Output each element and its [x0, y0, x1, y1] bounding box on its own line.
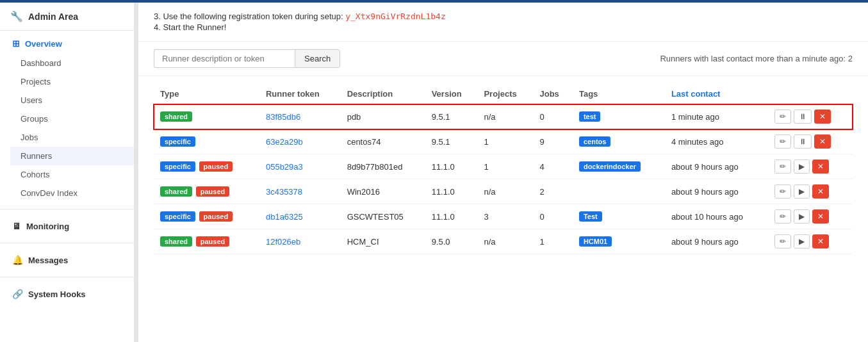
- instruction-step3: 3. Use the following registration token …: [154, 12, 853, 21]
- row6-jobs: 1: [533, 229, 572, 254]
- table-row: shared paused 12f026eb HCM_CI 9.5.0 n/a …: [154, 229, 853, 254]
- row5-token: db1a6325: [259, 204, 341, 229]
- row6-description: HCM_CI: [341, 229, 425, 254]
- action-buttons: ✏ ▶ ✕: [774, 234, 846, 248]
- action-buttons: ✏ ⏸ ✕: [774, 110, 846, 124]
- sidebar-item-projects[interactable]: Projects: [10, 72, 134, 91]
- sidebar-item-jobs[interactable]: Jobs: [10, 128, 134, 147]
- play-button[interactable]: ▶: [794, 184, 810, 199]
- table-row: specific paused 055b29a3 8d9b77b801ed 11…: [154, 154, 853, 179]
- delete-button[interactable]: ✕: [812, 184, 829, 199]
- edit-button[interactable]: ✏: [774, 209, 791, 224]
- row3-jobs: 4: [533, 154, 572, 179]
- sidebar-messages-section: 🔔 Messages: [0, 247, 134, 273]
- row4-last-contact: about 9 hours ago: [665, 179, 768, 204]
- delete-button[interactable]: ✕: [812, 209, 829, 224]
- row4-token: 3c435378: [259, 179, 341, 204]
- row5-tags: Test: [573, 204, 665, 229]
- search-input[interactable]: [154, 49, 295, 68]
- delete-button[interactable]: ✕: [814, 110, 831, 124]
- tag-badge: HCM01: [579, 236, 612, 247]
- row5-actions: ✏ ▶ ✕: [768, 204, 853, 229]
- edit-button[interactable]: ✏: [774, 234, 791, 248]
- sidebar-item-dashboard[interactable]: Dashboard: [10, 54, 134, 72]
- link-icon: 🔗: [12, 289, 23, 299]
- sidebar-item-overview[interactable]: ⊞ Overview: [0, 33, 134, 54]
- sidebar-divider-2: [0, 243, 134, 243]
- sidebar-item-runners[interactable]: Runners: [10, 147, 134, 165]
- runners-table-wrapper: Type Runner token Description Version Pr…: [138, 76, 868, 262]
- row4-actions: ✏ ▶ ✕: [768, 179, 853, 204]
- header-row: Type Runner token Description Version Pr…: [154, 84, 853, 104]
- runner-token-link[interactable]: 3c435378: [266, 187, 302, 197]
- row2-token: 63e2a29b: [259, 129, 341, 154]
- runner-token-link[interactable]: 83f85db6: [266, 112, 300, 122]
- badge-specific: specific: [160, 161, 195, 172]
- edit-button[interactable]: ✏: [774, 159, 791, 174]
- sidebar-item-monitoring[interactable]: 🖥 Monitoring: [0, 216, 134, 236]
- delete-button[interactable]: ✕: [814, 134, 831, 149]
- table-row: specific paused db1a6325 GSCWTEST05 11.1…: [154, 204, 853, 229]
- row4-type: shared paused: [154, 179, 259, 204]
- row1-description: pdb: [341, 104, 425, 129]
- sidebar-monitoring-section: 🖥 Monitoring: [0, 213, 134, 239]
- badge-shared: shared: [160, 186, 192, 197]
- sidebar-header: 🔧 Admin Area: [0, 3, 134, 31]
- row1-type: shared: [154, 104, 259, 129]
- sidebar-item-messages[interactable]: 🔔 Messages: [0, 250, 134, 270]
- edit-button[interactable]: ✏: [774, 134, 791, 149]
- edit-button[interactable]: ✏: [774, 110, 791, 124]
- table-row: shared paused 3c435378 Win2016 11.1.0 n/…: [154, 179, 853, 204]
- row3-last-contact: about 9 hours ago: [665, 154, 768, 179]
- sidebar-item-groups[interactable]: Groups: [10, 110, 134, 128]
- delete-button[interactable]: ✕: [812, 159, 829, 174]
- pause-button[interactable]: ⏸: [794, 110, 812, 124]
- row6-projects: n/a: [477, 229, 533, 254]
- row2-jobs: 9: [533, 129, 572, 154]
- row3-actions: ✏ ▶ ✕: [768, 154, 853, 179]
- sidebar-item-users[interactable]: Users: [10, 91, 134, 110]
- runners-table: Type Runner token Description Version Pr…: [154, 84, 853, 254]
- tag-badge: test: [579, 111, 601, 122]
- runner-token-link[interactable]: 055b29a3: [266, 162, 303, 172]
- runners-info: Runners with last contact more than a mi…: [660, 54, 853, 63]
- row4-version: 11.1.0: [425, 179, 478, 204]
- row6-last-contact: about 9 hours ago: [665, 229, 768, 254]
- sidebar-divider-1: [0, 209, 134, 209]
- play-button[interactable]: ▶: [794, 209, 810, 224]
- row2-tags: centos: [573, 129, 665, 154]
- play-button[interactable]: ▶: [794, 234, 810, 248]
- row6-actions: ✏ ▶ ✕: [768, 229, 853, 254]
- sidebar-item-system-hooks[interactable]: 🔗 System Hooks: [0, 284, 134, 304]
- row5-type: specific paused: [154, 204, 259, 229]
- row5-version: 11.1.0: [425, 204, 478, 229]
- runner-token-link[interactable]: db1a6325: [266, 212, 303, 222]
- grid-icon: ⊞: [12, 38, 20, 49]
- row1-version: 9.5.1: [425, 104, 478, 129]
- row4-description: Win2016: [341, 179, 425, 204]
- runner-token-link[interactable]: 63e2a29b: [266, 137, 303, 147]
- edit-button[interactable]: ✏: [774, 184, 791, 199]
- col-runner-token: Runner token: [259, 84, 341, 104]
- sidebar-item-convdev[interactable]: ConvDev Index: [10, 184, 134, 202]
- row3-description: 8d9b77b801ed: [341, 154, 425, 179]
- row2-actions: ✏ ⏸ ✕: [768, 129, 853, 154]
- table-body: shared 83f85db6 pdb 9.5.1 n/a 0 test: [154, 104, 853, 254]
- badge-shared: shared: [160, 236, 192, 247]
- table-row: specific 63e2a29b centos74 9.5.1 1 9 cen…: [154, 129, 853, 154]
- delete-button[interactable]: ✕: [812, 234, 829, 248]
- action-buttons: ✏ ▶ ✕: [774, 184, 846, 199]
- pause-button[interactable]: ⏸: [794, 134, 812, 149]
- row4-tags: [573, 179, 665, 204]
- badge-paused: paused: [196, 186, 230, 197]
- row2-version: 9.5.1: [425, 129, 478, 154]
- instruction-step4: 4. Start the Runner!: [154, 22, 853, 32]
- row3-type: specific paused: [154, 154, 259, 179]
- badge-paused: paused: [199, 161, 233, 172]
- sidebar-item-cohorts[interactable]: Cohorts: [10, 165, 134, 184]
- search-button[interactable]: Search: [295, 49, 340, 68]
- runner-token-link[interactable]: 12f026eb: [266, 237, 300, 247]
- play-button[interactable]: ▶: [794, 159, 810, 174]
- sidebar-overview-section: ⊞ Overview Dashboard Projects Users Grou…: [0, 31, 134, 205]
- action-buttons: ✏ ⏸ ✕: [774, 134, 846, 149]
